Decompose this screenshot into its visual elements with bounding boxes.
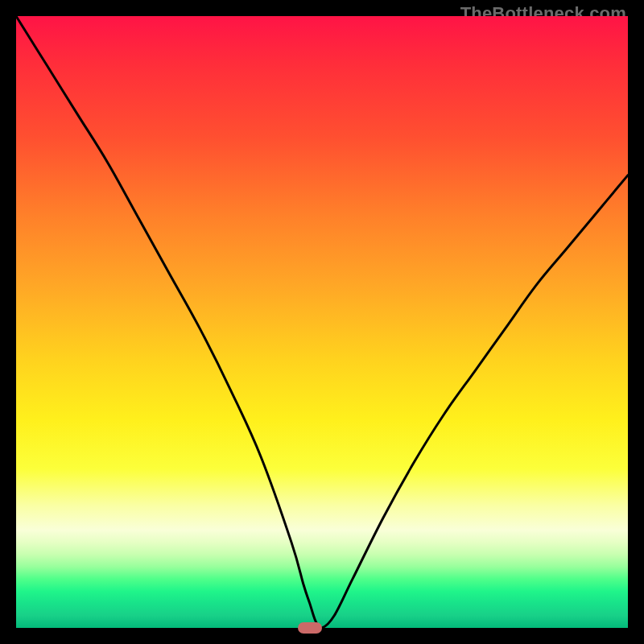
chart-container: TheBottleneck.com bbox=[0, 0, 644, 644]
line-chart-svg bbox=[16, 16, 628, 628]
bottleneck-curve-path bbox=[16, 16, 628, 628]
optimal-marker bbox=[298, 622, 322, 634]
plot-area bbox=[16, 16, 628, 628]
